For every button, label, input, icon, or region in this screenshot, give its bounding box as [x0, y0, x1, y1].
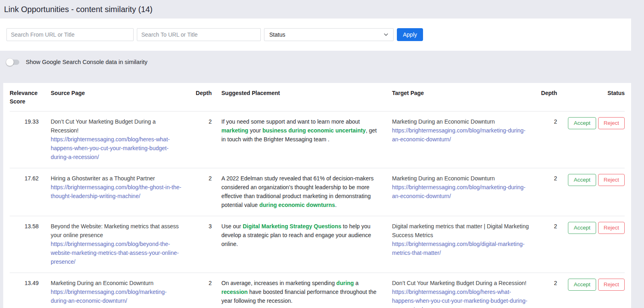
suggested-placement-text: Use our Digital Marketing Strategy Quest… — [221, 222, 382, 248]
status-cell: Accept Reject — [567, 279, 625, 291]
source-page-title: Marketing During an Economic Downturn — [51, 279, 184, 287]
accept-button[interactable]: Accept — [568, 117, 596, 129]
source-depth: 3 — [193, 222, 212, 231]
header-suggested-placement: Suggested Placement — [221, 89, 382, 97]
source-page-title: Don’t Cut Your Marketing Budget During a… — [51, 117, 184, 135]
target-page-link[interactable]: https://brightermessaging.com/blog/marke… — [392, 126, 529, 144]
reject-button[interactable]: Reject — [598, 174, 625, 186]
target-depth: 2 — [539, 222, 557, 231]
table-row: 17.62 Hiring a Ghostwriter as a Thought … — [10, 168, 625, 216]
reject-button[interactable]: Reject — [598, 117, 625, 129]
header-target-depth: Depth — [539, 89, 557, 97]
header-target-page: Target Page — [392, 89, 529, 97]
target-page-title: Don’t Cut Your Marketing Budget During a… — [392, 279, 529, 287]
accept-button[interactable]: Accept — [568, 279, 596, 291]
source-depth: 2 — [193, 174, 212, 183]
placement-text-segment: a — [354, 280, 359, 286]
placement-keyword: Digital Marketing Strategy Questions — [243, 223, 341, 229]
suggested-placement-text: If you need some support and want to lea… — [221, 117, 382, 144]
status-cell: Accept Reject — [567, 222, 625, 234]
status-cell: Accept Reject — [567, 174, 625, 186]
target-page-link[interactable]: https://brightermessaging.com/blog/heres… — [392, 287, 529, 308]
gsc-toggle-knob — [6, 58, 14, 66]
source-page-cell: Hiring a Ghostwriter as a Thought Partne… — [51, 174, 184, 201]
target-page-cell: Don’t Cut Your Marketing Budget During a… — [392, 279, 529, 308]
placement-text-segment: If you need some support and want to lea… — [221, 118, 360, 125]
table-row: 19.33 Don’t Cut Your Marketing Budget Du… — [10, 112, 625, 168]
status-select-value: Status — [269, 31, 285, 38]
search-to-input[interactable] — [137, 28, 261, 41]
header-source-depth: Depth — [193, 89, 212, 97]
placement-keyword: during economic downturns — [259, 202, 335, 208]
source-page-title: Hiring a Ghostwriter as a Thought Partne… — [51, 174, 184, 183]
filter-bar: Status Apply — [0, 19, 631, 51]
relevance-score: 17.62 — [10, 174, 41, 183]
header-source-page: Source Page — [51, 89, 184, 97]
placement-text-segment: Use our — [221, 223, 243, 229]
gsc-toggle[interactable] — [7, 60, 19, 65]
placement-keyword: during — [336, 280, 354, 286]
suggested-placement-text: On average, increases in marketing spend… — [221, 279, 382, 305]
suggested-placement-text: A 2022 Edelman study revealed that 61% o… — [221, 174, 382, 209]
gsc-toggle-label: Show Google Search Console data in simil… — [26, 59, 147, 65]
source-depth: 2 — [193, 117, 212, 126]
target-page-title: Marketing During an Economic Downturn — [392, 174, 529, 183]
target-depth: 2 — [539, 117, 557, 126]
target-page-link[interactable]: https://brightermessaging.com/blog/marke… — [392, 183, 529, 201]
placement-keyword: business during economic uncertainty — [262, 127, 366, 134]
target-page-title: Marketing During an Economic Downturn — [392, 117, 529, 126]
opportunities-table: Relevance Score Source Page Depth Sugges… — [3, 83, 631, 308]
target-page-title: Digital marketing metrics that matter | … — [392, 222, 529, 240]
target-page-cell: Marketing During an Economic Downturn ht… — [392, 117, 529, 144]
target-page-cell: Digital marketing metrics that matter | … — [392, 222, 529, 257]
source-page-link[interactable]: https://brightermessaging.com/blog/marke… — [51, 287, 184, 305]
placement-text-segment: . — [335, 202, 336, 208]
accept-button[interactable]: Accept — [568, 174, 596, 186]
source-page-cell: Don’t Cut Your Marketing Budget During a… — [51, 117, 184, 161]
gsc-toggle-row: Show Google Search Console data in simil… — [7, 57, 644, 67]
table-header-row: Relevance Score Source Page Depth Sugges… — [10, 83, 625, 112]
reject-button[interactable]: Reject — [598, 222, 625, 234]
table-body: 19.33 Don’t Cut Your Marketing Budget Du… — [10, 112, 625, 308]
source-page-title: Beyond the Website: Marketing metrics th… — [51, 222, 184, 240]
target-depth: 2 — [539, 174, 557, 183]
source-page-link[interactable]: https://brightermessaging.com/blog/heres… — [51, 135, 184, 161]
source-page-cell: Beyond the Website: Marketing metrics th… — [51, 222, 184, 266]
status-cell: Accept Reject — [567, 117, 625, 129]
reject-button[interactable]: Reject — [598, 279, 625, 291]
placement-keyword: recession — [221, 289, 248, 295]
apply-button[interactable]: Apply — [397, 28, 423, 41]
target-page-link[interactable]: https://brightermessaging.com/blog/digit… — [392, 240, 529, 257]
table-row: 13.58 Beyond the Website: Marketing metr… — [10, 216, 625, 273]
chevron-down-icon — [384, 33, 388, 36]
accept-button[interactable]: Accept — [568, 222, 596, 234]
search-from-input[interactable] — [6, 28, 134, 41]
placement-keyword: marketing — [221, 127, 248, 134]
relevance-score: 13.58 — [10, 222, 41, 231]
table-row: 13.49 Marketing During an Economic Downt… — [10, 273, 625, 308]
source-page-link[interactable]: https://brightermessaging.com/blog/beyon… — [51, 240, 184, 266]
placement-text-segment: your — [248, 127, 262, 134]
placement-text-segment: On average, increases in marketing spend… — [221, 280, 336, 286]
page-title: Link Opportunities - content similarity … — [0, 0, 644, 19]
header-status: Status — [567, 89, 625, 97]
source-page-link[interactable]: https://brightermessaging.com/blog/the-g… — [51, 183, 184, 201]
source-depth: 2 — [193, 279, 212, 287]
target-depth: 2 — [539, 279, 557, 287]
status-select[interactable]: Status — [264, 28, 394, 41]
target-page-cell: Marketing During an Economic Downturn ht… — [392, 174, 529, 201]
header-relevance-score: Relevance Score — [10, 89, 41, 106]
relevance-score: 13.49 — [10, 279, 41, 287]
source-page-cell: Marketing During an Economic Downturn ht… — [51, 279, 184, 305]
relevance-score: 19.33 — [10, 117, 41, 126]
